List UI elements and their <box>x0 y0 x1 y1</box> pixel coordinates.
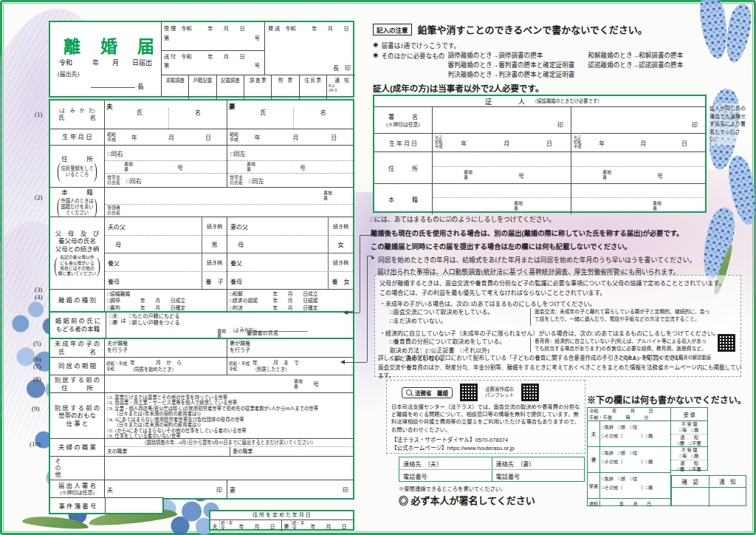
margin-number-10: (10) <box>30 440 41 448</box>
name-label: 氏 名 <box>58 114 96 122</box>
check-columns-row: 書類調査 戸籍記載 記載調査 調 査 票 附 票 住 民 票 通 知 9-2 1… <box>162 75 355 99</box>
kana-label: (よ み か た) <box>59 108 94 114</box>
form-title: 離 婚 届 <box>63 33 156 58</box>
houterasu-box: 法務省 離婚 法務省作成の パンフレット 日本司法支援センター（法テラス）では、… <box>386 380 585 454</box>
margin-number-4: (4) <box>35 293 43 301</box>
middle-notes: □には、あてはまるものに☑のようにしるしをつけてください。 離婚後も現在の氏を使… <box>371 214 747 276</box>
qr-code <box>718 334 735 352</box>
child-custody-footnote: 詳しくは、各市区町村の窓口において配布している「子どもの養育に関する合意書作成の… <box>378 353 743 379</box>
receipt-table: 受 理 令和 年 月 日 第 号 送 付 令和 年 月 日 第 号 発 送 令和… <box>161 22 354 96</box>
contact-note: ※昼間連絡できるところを書いてください。 <box>399 485 506 492</box>
minor-children-row: 未 成 年 の 子 の氏 名 夫が親権を行う子 妻が親権を行う子 <box>50 339 353 357</box>
margin-number-6: (6) <box>33 355 41 363</box>
margin-number-1: (1) <box>35 111 43 118</box>
birthdate-label: 生 年 月 日 <box>62 133 92 141</box>
birthdate-row: 生 年 月 日 昭和平成 年月日 昭和平成 年月日 <box>50 129 353 145</box>
search-icon <box>406 389 412 395</box>
connector-line <box>367 256 368 362</box>
household-work-row: 別 居 す る 前 の世帯のおもな仕 事 と □1. 農業だけまたは農業とその他… <box>50 392 353 438</box>
domicile-row: 本 籍 ( 外国人のときは国籍だけを書いてください ) 番地番 筆頭者の氏名 <box>50 187 353 217</box>
qr-code <box>521 384 539 401</box>
divorce-registration-form: (1) (2) (3) (4) (5) (6) (7) (8) (9) (10)… <box>0 0 756 535</box>
qr-code <box>460 384 478 401</box>
margin-number-7: (7) <box>33 363 41 370</box>
chief-seal-label: 長 印 <box>333 64 351 72</box>
divorce-type-row: 離 婚 の 種 別 □協議離婚□調停 年 月 日成立□審判 年 月 日確定 □和… <box>50 289 353 311</box>
witness-table: 証 人 （協議離婚のときだけ必要です） 署 名(※押印は任意) 印 印 生 年 … <box>373 95 707 213</box>
givenname-label: 名 <box>168 108 227 129</box>
address-label: 住 所 <box>61 155 93 163</box>
transfer-cell: 送 付 令和 年 月 日 第 号 <box>162 51 265 75</box>
notice-label: 記入の注意 <box>373 24 412 35</box>
arrow-icon: ► <box>371 255 376 265</box>
notice-headline: 鉛筆や消すことのできるペンで書かないでください。 <box>418 22 647 36</box>
case-number-box: 事 件 簿 番 号 <box>49 497 164 514</box>
name-row: (よ み か た) 氏 名 夫 氏 名 妻 氏 名 <box>50 100 353 129</box>
margin-number-3: (3) <box>35 286 43 293</box>
margin-number-8: (8) <box>33 375 41 383</box>
surname-label: 氏 <box>111 108 168 129</box>
signature-reminder: ◎ 必ず本人が署名してください <box>399 493 535 507</box>
witness-headline: 証人(成年の方)は当事者以外で2人必要です。 <box>373 82 543 94</box>
dispatch-cell: 発 送 令和 年 月 日 長 印 <box>265 22 355 75</box>
margin-number-2: (2) <box>35 194 43 201</box>
witness-side-note: 証人が同じ氏の場合でも省略せず氏名により署名してください。 <box>708 103 751 146</box>
pre-separation-address-row: 別 居 す る 前 の住 所 番地番 号 <box>50 375 353 392</box>
occupation-row: 夫 婦 の 職 業 （国勢調査の年…4月1日から翌年3月31日までに届出するとき… <box>50 438 353 456</box>
confirmation-table: 確 認 通 知 <box>671 475 746 506</box>
address-row: 住 所 ( 住民登録をしているところ ) □同右 番地番 号 世帯主の氏名 □同… <box>50 145 353 187</box>
address-set-date-box: 住 所 を 定 め た 年 月 日 夫 昭・平令 年 月 日 妻 昭・平令 年 … <box>209 510 354 531</box>
recipient-chief-label: 長 <box>137 81 144 91</box>
margin-number-5: (5) <box>33 340 41 347</box>
margin-number-9: (9) <box>32 405 40 412</box>
domicile-label: 本 籍 <box>61 188 93 197</box>
filing-date-line: 令和 年 月 日届出 <box>59 58 152 67</box>
go-label: 号 <box>255 34 260 41</box>
filling-notice: 記入の注意 鉛筆や消すことのできるペンで書かないでください。 ◉ 届書は1通でけ… <box>373 22 742 80</box>
connector-line <box>360 235 360 313</box>
recipient-label: (届出先) <box>58 69 79 78</box>
declarant-signature-row: 届 出 人 署 名(※押印は任意) 夫印 妻印 <box>50 480 353 498</box>
recipient-underline <box>91 87 135 88</box>
contact-box: 連絡先 （夫） 連絡先 （妻） 電話番号 電話番号 <box>399 457 585 482</box>
search-pill: 法務省 離婚 <box>402 387 453 398</box>
bullet-icon: ◉ <box>373 41 379 50</box>
leaf-decoration <box>22 514 89 531</box>
other-row: その他 <box>50 456 353 480</box>
main-form-table: (よ み か た) 氏 名 夫 氏 名 妻 氏 名 生 年 月 日 <box>49 99 354 500</box>
receipt-cell: 受 理 令和 年 月 日 第 号 <box>162 22 265 51</box>
title-block: 離 婚 届 令和 年 月 日届出 (届出先) 長 受 理 令和 年 月 日 第 … <box>49 21 354 98</box>
parents-row: 父 母 及 び 養父母の氏名 父母との続き柄 ( 右記の養父母以外にも養父母がい… <box>50 217 353 289</box>
cohabitation-row: 同 居 の 期 間 昭和・平成令和 年 月 か ら（同居を始めたとき） 昭和・平… <box>50 357 353 375</box>
bullet-icon: ◉ <box>373 51 379 80</box>
office-use-headline: ※下の欄には何も書かないでください。 <box>587 393 746 406</box>
restore-name-row: 婚 姻 前 の 氏 に もどる者の本籍 □夫□妻 は □もとの戸籍にもどる□新し… <box>49 311 354 339</box>
dai-label: 第 <box>164 34 169 41</box>
